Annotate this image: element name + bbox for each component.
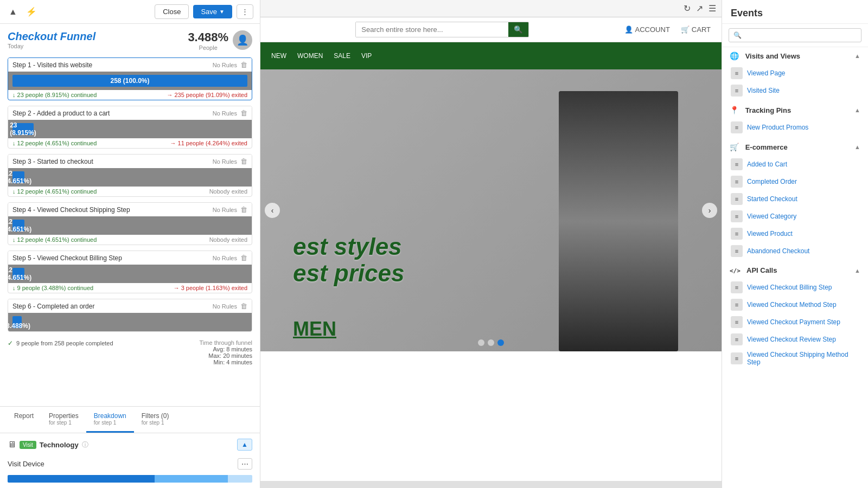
breakdown-section: 🖥 Visit Technology ⓘ ▲ Visit Device ⋯	[0, 433, 260, 488]
event-viewed-checkout-method[interactable]: ≡ Viewed Checkout Method Step	[726, 296, 864, 313]
tab-filters[interactable]: Filters (0) for step 1	[134, 407, 177, 433]
event-abandoned-checkout[interactable]: ≡ Abandoned Checkout	[726, 242, 864, 260]
step-5-name: Step 5 - Viewed Checkout Billing Step	[12, 254, 122, 262]
funnel-subtitle: Today	[8, 43, 188, 49]
hero-dot-2[interactable]	[488, 339, 494, 346]
store-search-input[interactable]	[356, 22, 508, 37]
check-icon: ✓	[8, 339, 13, 347]
funnel-section: Checkout Funnel Today 3.488% People 👤 St…	[0, 24, 260, 406]
event-viewed-checkout-payment[interactable]: ≡ Viewed Checkout Payment Step	[726, 313, 864, 331]
cart-link[interactable]: 🛒 CART	[681, 25, 711, 34]
external-link-button[interactable]: ↗	[696, 3, 703, 14]
pin-icon: 📍	[730, 106, 739, 114]
hero-dot-1[interactable]	[478, 339, 484, 346]
event-viewed-category[interactable]: ≡ Viewed Category	[726, 208, 864, 225]
step-2-no-rules[interactable]: No Rules	[213, 110, 237, 117]
viewed-checkout-method-icon: ≡	[731, 299, 743, 311]
step-1-no-rules[interactable]: No Rules	[213, 62, 237, 68]
nav-women[interactable]: WOMEN	[297, 52, 323, 60]
hero-prev-button[interactable]: ‹	[265, 203, 280, 218]
api-chevron: ▲	[854, 267, 860, 274]
funnel-title: Checkout Funnel	[8, 30, 188, 43]
tab-report[interactable]: Report	[7, 407, 41, 433]
step-3-continued: 12 people (4.651%) continued	[12, 188, 97, 195]
step-4-nobody: Nobody exited	[209, 236, 247, 243]
avatar: 👤	[233, 30, 252, 50]
event-new-product-promos[interactable]: ≡ New Product Promos	[726, 119, 864, 136]
account-link[interactable]: 👤 ACCOUNT	[624, 25, 670, 34]
cart-icon: 🛒	[681, 25, 690, 34]
up-icon[interactable]: ▲	[7, 5, 20, 19]
event-viewed-product[interactable]: ≡ Viewed Product	[726, 225, 864, 242]
event-completed-order[interactable]: ≡ Completed Order	[726, 173, 864, 190]
close-button[interactable]: Close	[155, 4, 189, 19]
tracking-chevron: ▲	[854, 107, 860, 113]
visits-views-header[interactable]: 🌐 Visits and Views ▲	[722, 47, 868, 65]
tablet-bar	[228, 475, 252, 483]
refresh-button[interactable]: ↻	[684, 3, 691, 14]
api-icon: </>	[730, 267, 741, 274]
lightning-icon[interactable]: ⚡	[24, 4, 39, 19]
tab-breakdown[interactable]: Breakdown for step 1	[86, 407, 134, 433]
step-2-bar-container: 23 (8.915%)	[8, 120, 252, 138]
event-viewed-checkout-billing[interactable]: ≡ Viewed Checkout Billing Step	[726, 279, 864, 296]
started-checkout-icon: ≡	[731, 193, 743, 205]
step-2-bar: 23 (8.915%)	[12, 123, 34, 135]
step-2-delete[interactable]: 🗑	[240, 109, 247, 117]
step-6-delete[interactable]: 🗑	[240, 302, 247, 310]
step-3-bar-container: 12 (4.651%)	[8, 168, 252, 187]
browser-menu-button[interactable]: ☰	[709, 3, 716, 14]
event-visited-site[interactable]: ≡ Visited Site	[726, 82, 864, 99]
step-card-1: Step 1 - Visited this website No Rules 🗑…	[8, 57, 252, 100]
step-card-2: Step 2 - Added a product to a cart No Ru…	[8, 106, 252, 149]
event-added-to-cart[interactable]: ≡ Added to Cart	[726, 156, 864, 173]
ecommerce-chevron: ▲	[854, 144, 860, 150]
funnel-time-info: Time through funnel Avg: 8 minutes Max: …	[200, 337, 252, 368]
api-calls-header[interactable]: </> API Calls ▲	[722, 262, 868, 279]
store-search-button[interactable]: 🔍	[508, 22, 528, 37]
step-4-delete[interactable]: 🗑	[240, 206, 247, 214]
step-5-bar: 12 (4.651%)	[12, 268, 24, 280]
step-1-bar: 258 (100.0%)	[12, 75, 247, 87]
event-viewed-page[interactable]: ≡ Viewed Page	[726, 65, 864, 82]
nav-new[interactable]: NEW	[271, 52, 286, 60]
tab-properties[interactable]: Properties for step 1	[41, 407, 86, 433]
nav-vip[interactable]: VIP	[361, 52, 372, 60]
step-5-no-rules[interactable]: No Rules	[213, 255, 237, 261]
viewed-checkout-shipping-icon: ≡	[731, 352, 743, 364]
ecommerce-header[interactable]: 🛒 E-commerce ▲	[722, 138, 868, 156]
tracking-pins-header[interactable]: 📍 Tracking Pins ▲	[722, 101, 868, 119]
step-card-4: Step 4 - Viewed Checkout Shipping Step N…	[8, 202, 252, 245]
event-viewed-checkout-review[interactable]: ≡ Viewed Checkout Review Step	[726, 331, 864, 348]
hero-dot-3[interactable]	[497, 339, 504, 346]
save-button[interactable]: Save ▼	[193, 5, 232, 18]
abandoned-checkout-icon: ≡	[731, 245, 743, 257]
visited-site-icon: ≡	[731, 85, 743, 97]
browser-chrome: ↻ ↗ ☰	[260, 0, 722, 17]
funnel-rate: 3.488%	[188, 30, 228, 44]
store-hero: est styles est prices MEN ‹ ›	[260, 69, 722, 351]
step-5-bar-container: 12 (4.651%)	[8, 265, 252, 283]
step-6-no-rules[interactable]: No Rules	[213, 303, 237, 310]
step-3-delete[interactable]: 🗑	[240, 157, 247, 165]
step-3-no-rules[interactable]: No Rules	[213, 158, 237, 165]
visit-device-options[interactable]: ⋯	[238, 458, 252, 470]
event-started-checkout[interactable]: ≡ Started Checkout	[726, 190, 864, 208]
nav-sale[interactable]: SALE	[334, 52, 350, 60]
event-viewed-checkout-shipping[interactable]: ≡ Viewed Checkout Shipping Method Step	[726, 348, 864, 369]
info-icon[interactable]: ⓘ	[82, 440, 88, 450]
events-search-input[interactable]	[729, 28, 861, 42]
events-search	[722, 24, 868, 47]
more-options-button[interactable]: ⋮	[237, 4, 253, 19]
hero-next-button[interactable]: ›	[702, 203, 717, 218]
collapse-button[interactable]: ▲	[237, 439, 252, 451]
hero-men-link[interactable]: MEN	[293, 318, 336, 341]
step-5-delete[interactable]: 🗑	[240, 254, 247, 262]
step-4-bar-container: 12 (4.651%)	[8, 216, 252, 235]
step-1-delete[interactable]: 🗑	[240, 61, 247, 69]
step-2-continued: 12 people (4.651%) continued	[12, 140, 97, 146]
funnel-header: Checkout Funnel Today 3.488% People 👤	[8, 30, 252, 51]
visit-badge: Visit	[20, 441, 36, 449]
events-section-visits: 🌐 Visits and Views ▲ ≡ Viewed Page ≡ Vis…	[722, 47, 868, 99]
step-4-no-rules[interactable]: No Rules	[213, 207, 237, 213]
